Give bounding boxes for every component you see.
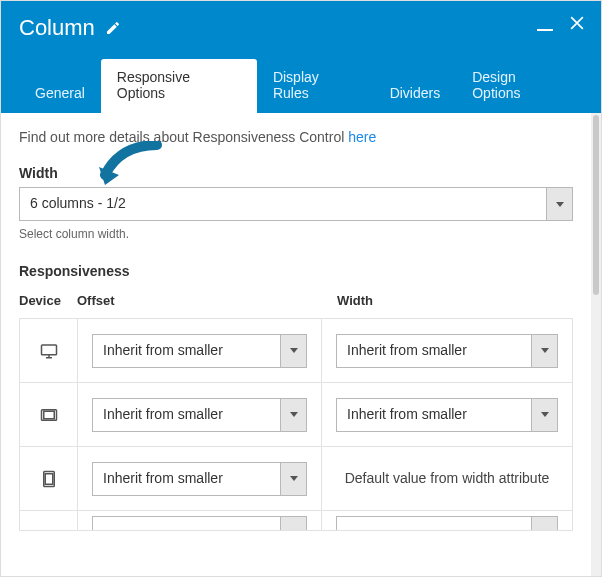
offset-cell: Inherit from smaller [78, 319, 322, 382]
svg-rect-4 [45, 473, 53, 484]
tablet-landscape-icon [40, 408, 58, 422]
title-row: Column [19, 15, 583, 59]
svg-rect-2 [43, 411, 54, 419]
width-cell [322, 511, 572, 530]
chevron-down-icon[interactable] [546, 188, 572, 220]
row-width-select-value: Inherit from smaller [337, 399, 531, 431]
width-cell: Inherit from smaller [322, 319, 572, 382]
row-width-select-value: Inherit from smaller [337, 335, 531, 367]
width-select[interactable]: 6 columns - 1/2 [19, 187, 573, 221]
width-helper: Select column width. [19, 227, 573, 241]
responsiveness-row: Inherit from smaller Default value from … [20, 447, 572, 511]
intro-prefix: Find out more details about Responsivene… [19, 129, 348, 145]
tab-bar: General Responsive Options Display Rules… [19, 59, 583, 113]
responsiveness-label: Responsiveness [19, 263, 573, 279]
device-cell [20, 383, 78, 446]
desktop-icon [40, 343, 58, 359]
column-settings-window: Column General Responsive Options Displa… [0, 0, 602, 577]
window-controls [537, 13, 587, 33]
responsiveness-grid: Inherit from smaller Inherit from smalle… [19, 318, 573, 531]
chevron-down-icon[interactable] [280, 463, 306, 495]
offset-select[interactable]: Inherit from smaller [92, 462, 307, 496]
offset-cell: Inherit from smaller [78, 447, 322, 510]
vertical-scrollbar[interactable] [591, 113, 601, 576]
offset-select[interactable]: Inherit from smaller [92, 334, 307, 368]
width-cell: Inherit from smaller [322, 383, 572, 446]
device-cell [20, 447, 78, 510]
chevron-down-icon[interactable] [280, 517, 306, 530]
scrollbar-thumb[interactable] [593, 115, 599, 295]
minimize-icon[interactable] [537, 29, 553, 31]
tablet-portrait-icon [42, 470, 56, 488]
device-cell [20, 319, 78, 382]
window-title: Column [19, 15, 95, 41]
offset-select-value [93, 517, 280, 530]
header-device: Device [19, 293, 77, 308]
responsiveness-row: Inherit from smaller Inherit from smalle… [20, 319, 572, 383]
default-width-text: Default value from width attribute [345, 469, 550, 488]
responsiveness-row [20, 511, 572, 531]
window-body: Find out more details about Responsivene… [1, 113, 601, 576]
tab-responsive-options[interactable]: Responsive Options [101, 59, 257, 113]
offset-select-value: Inherit from smaller [93, 399, 280, 431]
header-offset: Offset [77, 293, 321, 308]
chevron-down-icon[interactable] [280, 335, 306, 367]
svg-rect-0 [41, 345, 56, 355]
responsiveness-headers: Device Offset Width [19, 293, 573, 318]
offset-select[interactable] [92, 516, 307, 530]
chevron-down-icon[interactable] [531, 399, 557, 431]
close-icon[interactable] [567, 13, 587, 33]
chevron-down-icon[interactable] [280, 399, 306, 431]
window-header: Column General Responsive Options Displa… [1, 1, 601, 113]
pencil-icon[interactable] [105, 20, 121, 36]
chevron-down-icon[interactable] [531, 517, 557, 530]
tab-display-rules[interactable]: Display Rules [257, 59, 374, 113]
width-label: Width [19, 165, 573, 181]
intro-text: Find out more details about Responsivene… [19, 129, 573, 145]
content-area: Find out more details about Responsivene… [1, 113, 591, 576]
device-cell [20, 511, 78, 530]
tab-design-options[interactable]: Design Options [456, 59, 583, 113]
header-width: Width [321, 293, 573, 308]
tab-general[interactable]: General [19, 75, 101, 113]
width-cell: Default value from width attribute [322, 447, 572, 510]
width-select-value: 6 columns - 1/2 [20, 188, 546, 220]
row-width-select[interactable] [336, 516, 558, 530]
offset-select-value: Inherit from smaller [93, 335, 280, 367]
row-width-select[interactable]: Inherit from smaller [336, 398, 558, 432]
offset-select[interactable]: Inherit from smaller [92, 398, 307, 432]
row-width-select[interactable]: Inherit from smaller [336, 334, 558, 368]
offset-select-value: Inherit from smaller [93, 463, 280, 495]
intro-link[interactable]: here [348, 129, 376, 145]
tab-dividers[interactable]: Dividers [374, 75, 457, 113]
row-width-select-value [337, 517, 531, 530]
responsiveness-row: Inherit from smaller Inherit from smalle… [20, 383, 572, 447]
chevron-down-icon[interactable] [531, 335, 557, 367]
offset-cell [78, 511, 322, 530]
offset-cell: Inherit from smaller [78, 383, 322, 446]
